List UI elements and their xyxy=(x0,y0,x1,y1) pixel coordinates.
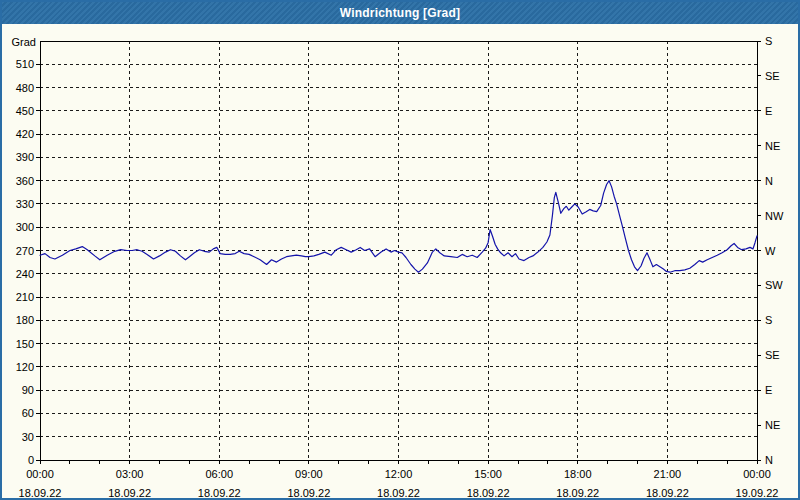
compass-label: SE xyxy=(765,349,780,361)
compass-label: SW xyxy=(765,279,783,291)
y-tick-label-left: 510 xyxy=(16,58,34,70)
x-time-label: 06:00 xyxy=(205,468,233,480)
x-time-label: 09:00 xyxy=(295,468,323,480)
y-tick-label-left: 420 xyxy=(16,128,34,140)
y-tick-label-left: 60 xyxy=(22,407,34,419)
compass-label: NW xyxy=(765,210,784,222)
chart-window: Windrichtung [Grad] Grad0306090120150180… xyxy=(0,0,800,500)
y-tick-label-left: 480 xyxy=(16,82,34,94)
x-axis-minor-ticks xyxy=(40,460,757,464)
right-axis: NNEESESSWWNWNNEESES xyxy=(757,35,784,466)
x-time-label: 15:00 xyxy=(474,468,502,480)
compass-label: N xyxy=(765,454,773,466)
x-date-label: 18.09.22 xyxy=(377,487,420,498)
x-date-label: 18.09.22 xyxy=(198,487,241,498)
compass-label: S xyxy=(765,35,772,47)
x-date-label: 18.09.22 xyxy=(108,487,151,498)
y-tick-label-left: 390 xyxy=(16,151,34,163)
y-tick-label-left: 0 xyxy=(28,454,34,466)
compass-label: N xyxy=(765,175,773,187)
wind-direction-chart: Grad030609012015018021024027030033036039… xyxy=(2,24,798,498)
x-date-label: 18.09.22 xyxy=(556,487,599,498)
x-time-label: 03:00 xyxy=(116,468,144,480)
y-tick-label-left: 210 xyxy=(16,291,34,303)
y-tick-label-left: 450 xyxy=(16,105,34,117)
y-tick-label-left: 330 xyxy=(16,198,34,210)
x-time-label: 18:00 xyxy=(564,468,592,480)
compass-label: E xyxy=(765,105,772,117)
x-date-label: 19.09.22 xyxy=(736,487,779,498)
x-date-label: 18.09.22 xyxy=(287,487,330,498)
compass-label: SE xyxy=(765,70,780,82)
compass-label: NE xyxy=(765,419,780,431)
y-tick-label-left: 30 xyxy=(22,431,34,443)
x-time-label: 00:00 xyxy=(26,468,54,480)
x-date-label: 18.09.22 xyxy=(19,487,62,498)
compass-label: NE xyxy=(765,140,780,152)
y-axis-unit-label: Grad xyxy=(12,36,36,48)
y-tick-label-left: 150 xyxy=(16,338,34,350)
x-time-label: 12:00 xyxy=(385,468,413,480)
y-tick-label-left: 180 xyxy=(16,314,34,326)
compass-label: W xyxy=(765,245,776,257)
left-axis: Grad030609012015018021024027030033036039… xyxy=(12,36,40,466)
x-time-label: 21:00 xyxy=(654,468,682,480)
compass-label: E xyxy=(765,384,772,396)
y-tick-label-left: 120 xyxy=(16,361,34,373)
y-tick-label-left: 90 xyxy=(22,384,34,396)
x-date-label: 18.09.22 xyxy=(467,487,510,498)
y-tick-label-left: 360 xyxy=(16,175,34,187)
y-tick-label-left: 270 xyxy=(16,245,34,257)
x-axis-labels: 00:0018.09.2203:0018.09.2206:0018.09.220… xyxy=(19,468,779,498)
title-bar: Windrichtung [Grad] xyxy=(2,2,798,24)
y-tick-label-left: 240 xyxy=(16,268,34,280)
compass-label: S xyxy=(765,314,772,326)
x-date-label: 18.09.22 xyxy=(646,487,689,498)
y-tick-label-left: 300 xyxy=(16,221,34,233)
x-time-label: 00:00 xyxy=(743,468,771,480)
window-title: Windrichtung [Grad] xyxy=(340,6,460,20)
